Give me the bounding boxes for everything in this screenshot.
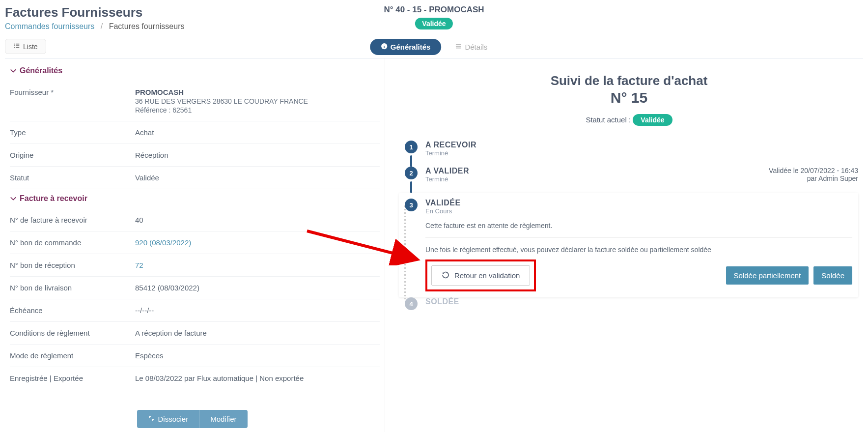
unlink-icon xyxy=(148,415,155,423)
field-bonrec-label: N° bon de réception xyxy=(10,261,135,269)
tab-details-label: Détails xyxy=(465,43,487,51)
field-fournisseur-label: Fournisseur * xyxy=(10,88,135,114)
tracking-title: Suivi de la facture d'achat xyxy=(400,73,858,88)
field-cond-value: A réception de facture xyxy=(135,329,380,337)
svg-text:i: i xyxy=(383,44,385,49)
field-fournisseur-addr: 36 RUE DES VERGERS 28630 LE COUDRAY FRAN… xyxy=(135,97,380,105)
field-statut-label: Statut xyxy=(10,173,135,182)
step-4-badge: 4 xyxy=(405,297,418,310)
step-2-meta-user: par Admin Super xyxy=(769,174,858,182)
field-bonliv-value: 85412 (08/03/2022) xyxy=(135,284,380,292)
liste-label: Liste xyxy=(23,43,38,51)
field-numfact-value: 40 xyxy=(135,216,380,224)
step-connector xyxy=(410,181,412,193)
step-4-name: SOLDÉE xyxy=(425,297,858,306)
breadcrumb-current: Factures fournisseurs xyxy=(109,22,185,30)
modifier-button[interactable]: Modifier xyxy=(199,410,247,428)
step-3-badge: 3 xyxy=(405,199,418,211)
breadcrumb-link[interactable]: Commandes fournisseurs xyxy=(5,22,94,30)
chevron-down-icon xyxy=(10,67,17,74)
modifier-label: Modifier xyxy=(210,415,236,423)
retour-validation-label: Retour en validation xyxy=(454,271,520,280)
field-type-label: Type xyxy=(10,128,135,137)
tab-details[interactable]: Détails xyxy=(444,39,498,55)
tracking-number: N° 15 xyxy=(400,89,858,106)
step-connector xyxy=(410,155,412,167)
step-3-desc: Cette facture est en attente de règlemen… xyxy=(425,222,852,230)
step-2-status: Terminé xyxy=(425,175,469,183)
soldee-partiellement-button[interactable]: Soldée partiellement xyxy=(726,266,809,285)
field-statut-value: Validée xyxy=(135,173,380,182)
status-label: Statut actuel : xyxy=(586,115,631,124)
step-1-name: A RECEVOIR xyxy=(425,141,858,149)
field-origine-value: Réception xyxy=(135,151,380,159)
step-connector xyxy=(404,205,406,299)
section-facture-title: Facture à recevoir xyxy=(20,194,87,203)
invoice-title: N° 40 - 15 - PROMOCASH xyxy=(384,5,484,15)
step-3-name: VALIDÉE xyxy=(425,199,852,207)
field-origine-label: Origine xyxy=(10,151,135,159)
field-fournisseur-ref: Référence : 62561 xyxy=(135,106,380,114)
dissocier-button[interactable]: Dissocier xyxy=(137,410,199,428)
section-facture-header[interactable]: Facture à recevoir xyxy=(10,194,380,203)
section-generalites-title: Généralités xyxy=(20,66,62,75)
field-numfact-label: N° de facture à recevoir xyxy=(10,216,135,224)
field-boncmd-label: N° bon de commande xyxy=(10,238,135,247)
info-icon: i xyxy=(381,43,388,51)
step-2-name: A VALIDER xyxy=(425,167,469,175)
field-mode-label: Mode de règlement xyxy=(10,351,135,360)
step-1-badge: 1 xyxy=(405,141,418,153)
details-icon xyxy=(455,43,462,51)
field-enreg-value: Le 08/03/2022 par Flux automatique | Non… xyxy=(135,374,380,382)
field-type-value: Achat xyxy=(135,128,380,137)
annotation-highlight: Retour en validation xyxy=(425,259,536,291)
dissocier-label: Dissocier xyxy=(158,415,188,423)
chevron-down-icon xyxy=(10,195,17,202)
step-2-meta-date: Validée le 20/07/2022 - 16:43 xyxy=(769,167,858,174)
liste-button[interactable]: Liste xyxy=(5,39,46,54)
section-generalites-header[interactable]: Généralités xyxy=(10,66,380,75)
step-3-status: En Cours xyxy=(425,207,852,215)
tab-generalites-label: Généralités xyxy=(391,43,431,51)
status-value-badge: Validée xyxy=(633,114,672,126)
undo-icon xyxy=(442,271,449,280)
list-icon xyxy=(13,42,20,51)
breadcrumb-separator: / xyxy=(101,22,103,30)
step-3-instr: Une fois le règlement effectué, vous pou… xyxy=(425,246,852,254)
status-badge: Validée xyxy=(415,18,452,29)
field-echeance-label: Échéance xyxy=(10,306,135,315)
field-bonrec-value[interactable]: 72 xyxy=(135,261,143,269)
field-cond-label: Conditions de règlement xyxy=(10,329,135,337)
step-1-status: Terminé xyxy=(425,149,858,157)
step-2-badge: 2 xyxy=(405,167,418,179)
field-mode-value: Espèces xyxy=(135,351,380,360)
field-enreg-label: Enregistrée | Exportée xyxy=(10,374,135,382)
field-boncmd-value[interactable]: 920 (08/03/2022) xyxy=(135,238,191,247)
divider xyxy=(425,237,852,238)
field-echeance-value: --/--/-- xyxy=(135,306,380,315)
field-fournisseur-name: PROMOCASH xyxy=(135,88,184,96)
left-scroll-area[interactable]: Généralités Fournisseur * PROMOCASH 36 R… xyxy=(0,58,385,412)
retour-validation-button[interactable]: Retour en validation xyxy=(431,265,530,286)
soldee-button[interactable]: Soldée xyxy=(813,266,852,285)
tab-generalites[interactable]: i Généralités xyxy=(370,39,442,55)
field-bonliv-label: N° bon de livraison xyxy=(10,284,135,292)
